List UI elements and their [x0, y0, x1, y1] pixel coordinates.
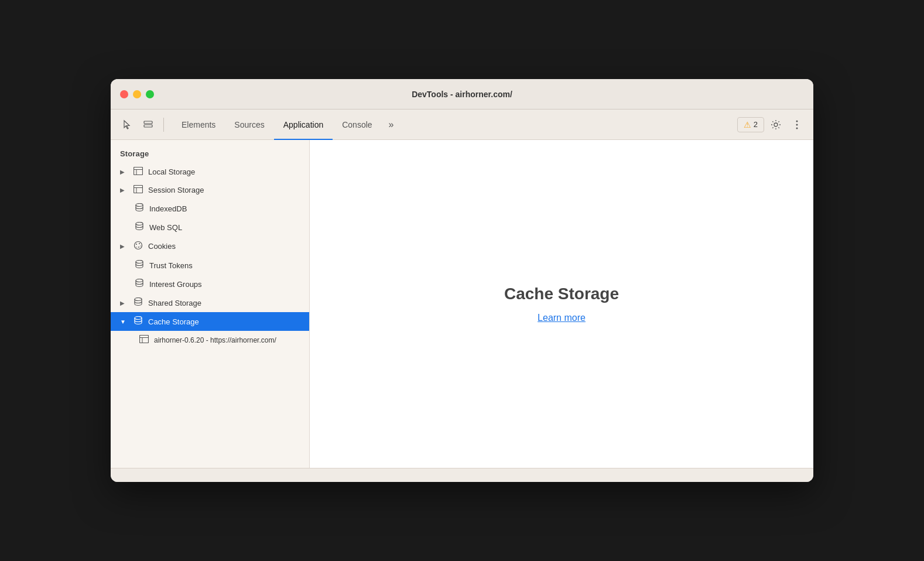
sidebar-item-local-storage[interactable]: ▶ Local Storage: [111, 163, 309, 181]
svg-point-15: [136, 244, 137, 245]
arrow-cache-storage: ▼: [120, 319, 128, 325]
svg-point-18: [136, 247, 137, 247]
local-storage-label: Local Storage: [148, 167, 302, 176]
bottom-bar: [111, 468, 813, 482]
arrow-shared-storage: ▶: [120, 300, 128, 306]
svg-point-23: [135, 317, 142, 320]
sidebar-item-cache-entry[interactable]: airhorner-0.6.20 - https://airhorner.com…: [111, 331, 309, 349]
svg-point-22: [135, 298, 142, 301]
sidebar-item-indexeddb[interactable]: IndexedDB: [111, 199, 309, 218]
warning-count: 2: [754, 120, 758, 129]
svg-point-3: [796, 120, 798, 122]
arrow-session-storage: ▶: [120, 187, 128, 193]
svg-point-5: [796, 127, 798, 129]
session-storage-icon: [133, 185, 143, 195]
tab-console[interactable]: Console: [333, 110, 381, 140]
trust-tokens-label: Trust Tokens: [149, 261, 302, 270]
websql-icon: [134, 222, 145, 232]
learn-more-link[interactable]: Learn more: [538, 313, 586, 323]
svg-point-20: [136, 261, 143, 264]
sidebar-item-websql[interactable]: Web SQL: [111, 218, 309, 237]
cache-storage-label: Cache Storage: [148, 317, 302, 326]
svg-rect-0: [144, 121, 152, 124]
sidebar-item-trust-tokens[interactable]: Trust Tokens: [111, 256, 309, 275]
warning-badge[interactable]: ⚠ 2: [737, 117, 764, 132]
sidebar-item-cookies[interactable]: ▶ Cookies: [111, 237, 309, 256]
window-title: DevTools - airhorner.com/: [412, 90, 512, 99]
settings-button[interactable]: [766, 115, 785, 134]
main-content: Storage ▶ Local Storage ▶: [111, 140, 813, 468]
svg-point-21: [136, 279, 143, 282]
cookies-icon: [133, 241, 143, 252]
local-storage-icon: [133, 167, 143, 177]
storage-section-label: Storage: [111, 140, 309, 163]
svg-rect-24: [140, 336, 149, 343]
cache-entry-icon: [139, 335, 149, 345]
tab-elements[interactable]: Elements: [172, 110, 225, 140]
toolbar: Elements Sources Application Console » ⚠…: [111, 110, 813, 140]
arrow-cookies: ▶: [120, 243, 128, 249]
svg-rect-6: [134, 167, 143, 175]
svg-point-12: [136, 204, 143, 207]
tab-application[interactable]: Application: [274, 110, 333, 140]
svg-point-19: [140, 245, 141, 246]
sidebar: Storage ▶ Local Storage ▶: [111, 140, 310, 468]
trust-tokens-icon: [134, 260, 145, 271]
minimize-button[interactable]: [133, 90, 141, 98]
interest-groups-label: Interest Groups: [149, 280, 302, 289]
indexeddb-label: IndexedDB: [149, 204, 302, 213]
svg-point-16: [139, 243, 140, 244]
sidebar-item-interest-groups[interactable]: Interest Groups: [111, 275, 309, 293]
cache-storage-icon: [133, 316, 143, 327]
indexeddb-icon: [134, 203, 145, 214]
cache-entry-label: airhorner-0.6.20 - https://airhorner.com…: [154, 336, 302, 344]
interest-groups-icon: [134, 279, 145, 289]
shared-storage-label: Shared Storage: [148, 299, 302, 307]
warning-icon: ⚠: [744, 120, 751, 129]
cache-storage-title: Cache Storage: [504, 285, 619, 303]
svg-point-17: [138, 247, 139, 248]
svg-point-2: [774, 123, 778, 126]
toolbar-divider: [163, 118, 164, 132]
tab-sources[interactable]: Sources: [225, 110, 273, 140]
arrow-local-storage: ▶: [120, 169, 128, 175]
more-options-button[interactable]: [788, 115, 806, 134]
sidebar-item-shared-storage[interactable]: ▶ Shared Storage: [111, 293, 309, 312]
maximize-button[interactable]: [146, 90, 154, 98]
titlebar: DevTools - airhorner.com/: [111, 79, 813, 110]
svg-rect-1: [144, 125, 152, 127]
sidebar-item-cache-storage[interactable]: ▼ Cache Storage: [111, 312, 309, 331]
session-storage-label: Session Storage: [148, 186, 302, 194]
cursor-tool-button[interactable]: [118, 115, 136, 134]
websql-label: Web SQL: [149, 223, 302, 232]
svg-point-13: [136, 223, 143, 225]
svg-rect-9: [134, 186, 143, 193]
shared-storage-icon: [133, 297, 143, 308]
svg-point-14: [135, 242, 142, 249]
layers-tool-button[interactable]: [139, 115, 158, 134]
toolbar-tabs: Elements Sources Application Console: [172, 110, 382, 139]
main-panel: Cache Storage Learn more: [310, 140, 813, 468]
more-tabs-button[interactable]: »: [384, 119, 399, 130]
sidebar-item-session-storage[interactable]: ▶ Session Storage: [111, 181, 309, 199]
close-button[interactable]: [120, 90, 128, 98]
traffic-lights: [120, 90, 154, 98]
svg-point-4: [796, 124, 798, 125]
cookies-label: Cookies: [148, 242, 302, 251]
devtools-window: DevTools - airhorner.com/ Elements Sourc…: [111, 79, 813, 482]
